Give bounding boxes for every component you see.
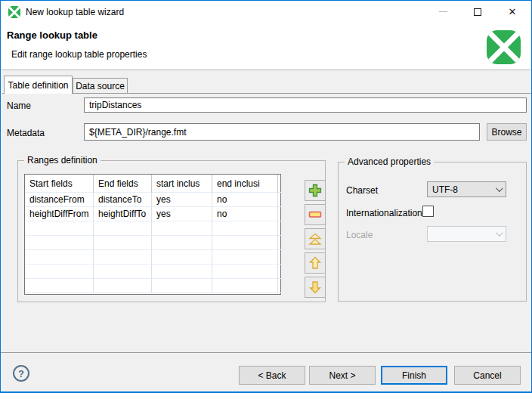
window-title: New lookup table wizard (26, 7, 124, 17)
close-icon: ✕ (509, 7, 517, 17)
arrow-down-icon (308, 280, 322, 294)
move-down-button[interactable] (305, 277, 326, 298)
cell-end-field[interactable]: heightDiffTo (94, 207, 152, 221)
cell-start-field[interactable]: heightDiffFrom (25, 207, 94, 221)
add-row-button[interactable] (305, 180, 326, 201)
cell-end-field[interactable]: distanceTo (94, 193, 152, 207)
minimize-button[interactable] (425, 1, 460, 23)
ranges-table[interactable]: Start fields End fields start inclus end… (24, 174, 281, 295)
table-empty-row (25, 250, 280, 265)
advanced-group-label: Advanced properties (345, 156, 434, 167)
internationalization-label: Internationalization (346, 208, 422, 218)
finish-button[interactable]: Finish (381, 366, 447, 385)
ranges-group-label: Ranges definition (24, 155, 101, 166)
move-top-button[interactable] (305, 228, 326, 249)
col-header-start-fields[interactable]: Start fields (25, 175, 94, 193)
tab-table-definition[interactable]: Table definition (4, 76, 73, 94)
maximize-button[interactable] (460, 1, 495, 23)
name-label: Name (7, 101, 31, 111)
move-up-button[interactable] (305, 252, 326, 274)
page-title: Range lookup table (7, 29, 97, 41)
double-up-icon (308, 232, 322, 246)
app-clover-icon (8, 6, 20, 18)
arrow-up-icon (308, 256, 322, 270)
col-header-end-fields[interactable]: End fields (94, 175, 152, 193)
internationalization-checkbox[interactable] (422, 206, 434, 217)
help-icon: ? (18, 368, 24, 379)
advanced-groupbox: Advanced properties Charset UTF-8 Intern… (338, 162, 527, 302)
maximize-icon (474, 8, 481, 16)
ranges-groupbox: Ranges definition Start fields End field… (17, 160, 326, 302)
locale-label: Locale (346, 230, 373, 240)
ranges-table-header: Start fields End fields start inclus end… (25, 175, 280, 193)
cell-start-inclusive[interactable]: yes (152, 193, 212, 207)
minimize-icon (439, 11, 447, 12)
table-empty-row (25, 236, 280, 250)
cell-filler (278, 193, 283, 207)
clover-logo-icon (487, 30, 521, 64)
table-empty-row (25, 265, 280, 279)
col-header-end-inclusive[interactable]: end inclusi (212, 175, 278, 193)
tab-data-source[interactable]: Data source (73, 78, 128, 93)
cell-filler (278, 207, 283, 221)
plus-icon (308, 184, 322, 197)
metadata-label: Metadata (7, 128, 45, 138)
charset-select[interactable]: UTF-8 (427, 181, 506, 197)
name-input[interactable] (84, 97, 527, 113)
back-button[interactable]: < Back (239, 366, 305, 385)
wizard-dialog: New lookup table wizard ✕ Range lookup t… (0, 0, 532, 393)
chevron-down-icon (496, 229, 503, 237)
close-button[interactable]: ✕ (495, 1, 530, 23)
cancel-button[interactable]: Cancel (454, 366, 521, 385)
table-row[interactable]: heightDiffFrom heightDiffTo yes no (25, 207, 280, 221)
locale-select (427, 226, 506, 242)
table-row[interactable]: distanceFrom distanceTo yes no (25, 193, 280, 207)
browse-button[interactable]: Browse (487, 123, 527, 141)
cell-start-field[interactable]: distanceFrom (25, 193, 94, 207)
charset-value: UTF-8 (432, 184, 458, 195)
minus-icon (308, 208, 322, 221)
title-bar[interactable]: New lookup table wizard ✕ (1, 1, 531, 23)
metadata-input[interactable] (84, 123, 480, 141)
charset-label: Charset (346, 185, 378, 196)
table-empty-row (25, 221, 280, 236)
tab-pane-border (2, 93, 531, 94)
next-button[interactable]: Next > (309, 366, 376, 385)
chevron-down-icon (496, 184, 503, 192)
table-empty-row (25, 279, 280, 293)
cell-start-inclusive[interactable]: yes (152, 207, 212, 221)
remove-row-button[interactable] (305, 204, 326, 225)
footer-separator (1, 352, 531, 353)
page-subtitle: Edit range lookup table properties (11, 49, 147, 60)
col-header-start-inclusive[interactable]: start inclus (152, 175, 212, 193)
wizard-header: Range lookup table Edit range lookup tab… (1, 23, 531, 70)
col-header-filler (278, 175, 283, 193)
cell-end-inclusive[interactable]: no (212, 207, 278, 221)
help-button[interactable]: ? (13, 365, 29, 382)
cell-end-inclusive[interactable]: no (212, 193, 278, 207)
